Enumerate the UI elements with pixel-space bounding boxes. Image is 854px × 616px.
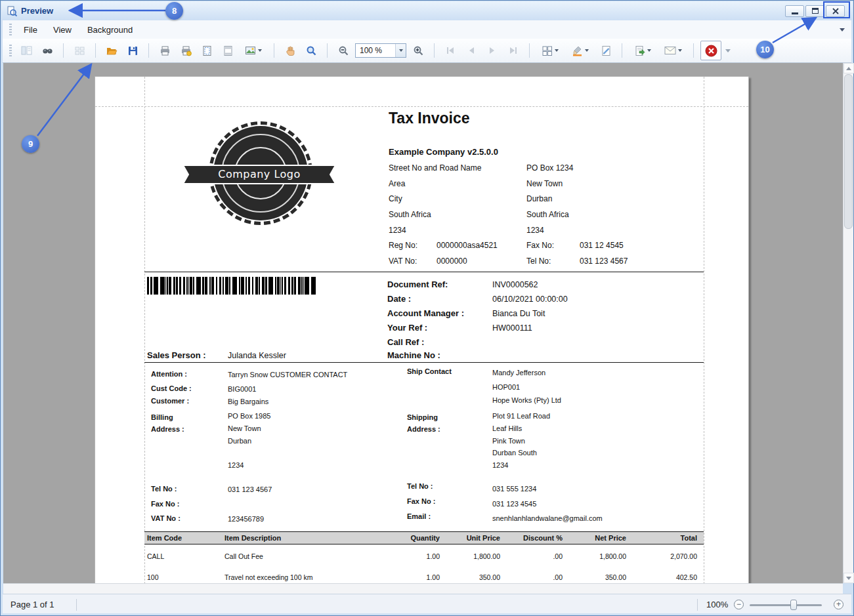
vat-no-label: VAT No: (389, 257, 417, 266)
save-button[interactable] (123, 42, 142, 59)
ship-contact-line: HOP001 (492, 383, 520, 391)
close-preview-button[interactable] (700, 41, 721, 60)
document-map-icon (21, 45, 32, 56)
company-postal-line: PO Box 1234 (526, 163, 573, 173)
invoice-title: Tax Invoice (389, 110, 470, 127)
maximize-button[interactable] (805, 5, 824, 17)
arrow-up-icon (846, 67, 851, 70)
tel-label: Tel No : (407, 482, 433, 490)
shipping-address-line: Pink Town (492, 437, 525, 445)
dropdown-caret-icon (258, 49, 262, 52)
scroll-down-button[interactable] (843, 573, 854, 583)
toolbar-overflow-icon[interactable] (725, 49, 731, 52)
menu-item-file[interactable]: File (16, 22, 45, 38)
previous-page-button[interactable] (462, 42, 480, 59)
table-cell: .00 (497, 552, 563, 560)
company-postal-line: South Africa (526, 210, 569, 219)
company-address-line: South Africa (389, 210, 431, 219)
scroll-up-button[interactable] (843, 63, 854, 73)
zoom-slider-thumb[interactable] (790, 600, 797, 610)
call-ref-label: Call Ref : (387, 337, 424, 347)
quick-print-button[interactable] (177, 42, 195, 59)
billing-address-line: New Town (228, 424, 261, 432)
zoom-in-button[interactable] (409, 42, 427, 59)
editing-fields-button[interactable] (70, 42, 89, 59)
titlebar[interactable]: Preview (1, 1, 853, 20)
ship-contact-label: Ship Contact (407, 367, 452, 375)
page-color-button[interactable] (566, 42, 594, 59)
minimize-button[interactable] (785, 5, 804, 17)
tel-no-label: Tel No: (526, 257, 551, 266)
zoom-slider-track[interactable] (750, 604, 822, 606)
zoom-out-icon (338, 45, 349, 56)
billing-address-line: PO Box 1985 (228, 412, 270, 420)
page-setup-icon (202, 45, 213, 56)
watermark-button[interactable] (597, 42, 615, 59)
document-ref-value: INV0000562 (492, 280, 538, 289)
vertical-scrollbar[interactable] (843, 63, 853, 583)
vat-no-value: 0000000 (437, 257, 467, 266)
open-button[interactable] (102, 42, 121, 59)
callout-9: 9 (22, 135, 39, 153)
your-ref-value: HW000111 (492, 323, 532, 333)
multiple-pages-button[interactable] (536, 42, 564, 59)
scale-button[interactable] (240, 42, 267, 59)
fax-label: Fax No : (151, 500, 179, 508)
page-setup-button[interactable] (198, 42, 216, 59)
table-cell: 100 (147, 573, 159, 581)
fax-value: 031 123 4545 (492, 500, 536, 508)
first-page-button[interactable] (441, 42, 459, 59)
vertical-scrollbar-thumb[interactable] (844, 74, 853, 229)
zoom-combo-caret[interactable] (395, 44, 406, 57)
hand-tool-button[interactable] (281, 42, 299, 59)
search-button[interactable] (38, 42, 56, 59)
print-icon (160, 45, 171, 56)
zoom-percent-label: 100% (706, 600, 728, 609)
zoom-in-slider-button[interactable]: + (834, 600, 843, 609)
fax-label: Fax No : (407, 497, 435, 505)
zoom-out-button[interactable] (334, 42, 352, 59)
customer-value: Big Bargains (228, 398, 268, 405)
print-button[interactable] (156, 42, 174, 59)
send-email-button[interactable] (659, 42, 687, 59)
invoice-barcode (147, 277, 316, 295)
menu-item-background[interactable]: Background (79, 22, 140, 38)
callout-8: 8 (165, 2, 183, 20)
menu-overflow-icon[interactable] (840, 28, 845, 31)
menu-grip[interactable] (9, 24, 12, 35)
dropdown-caret-icon (399, 49, 403, 52)
table-cell: 1,800.00 (561, 552, 626, 560)
magnifier-button[interactable] (302, 42, 320, 59)
maximize-icon (812, 8, 819, 14)
export-document-button[interactable] (629, 42, 656, 59)
toolbar-separator (327, 43, 328, 58)
preview-window: Preview File View Background (0, 0, 854, 616)
preview-app-icon (7, 6, 17, 16)
table-cell: 1.00 (374, 573, 440, 581)
document-map-button[interactable] (17, 42, 35, 59)
fax-no-label: Fax No: (526, 241, 554, 250)
document-page[interactable]: Company Logo Tax Invoice Example Company… (95, 76, 749, 583)
email-value: snenhlanhlandwalane@gmail.com (492, 514, 603, 522)
tel-value: 031 555 1234 (492, 485, 536, 493)
next-page-button[interactable] (483, 42, 502, 59)
menu-item-view[interactable]: View (45, 22, 79, 38)
date-label: Date : (387, 294, 411, 304)
statusbar-separator (76, 599, 77, 611)
table-cell: 1,800.00 (435, 552, 500, 560)
previous-page-icon (466, 45, 477, 56)
zoom-level-combobox[interactable]: 100 % (355, 43, 406, 58)
zoom-out-slider-button[interactable]: − (734, 600, 744, 609)
document-ref-label: Document Ref: (387, 279, 448, 289)
preview-surface[interactable]: Company Logo Tax Invoice Example Company… (3, 63, 843, 583)
horizontal-scrollbar[interactable] (3, 583, 843, 594)
export-document-icon (634, 45, 645, 56)
your-ref-label: Your Ref : (387, 323, 427, 333)
col-header-net-price: Net Price (561, 534, 626, 542)
last-page-button[interactable] (504, 42, 523, 59)
toolbar-grip[interactable] (9, 45, 12, 56)
first-page-icon (445, 45, 456, 56)
minimize-icon (792, 12, 798, 14)
header-footer-button[interactable] (219, 42, 237, 59)
toolbar-separator (622, 43, 622, 58)
